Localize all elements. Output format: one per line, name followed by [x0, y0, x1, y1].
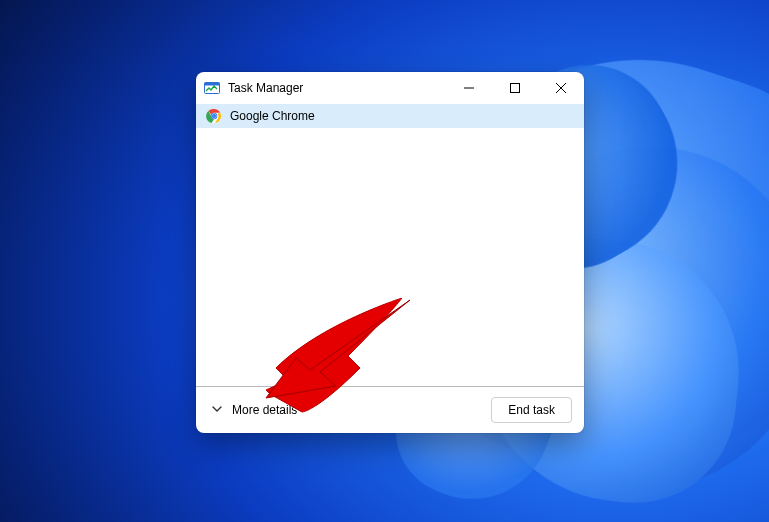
process-name: Google Chrome	[230, 109, 315, 123]
svg-rect-1	[205, 83, 220, 86]
close-button[interactable]	[538, 72, 584, 104]
more-details-toggle[interactable]: More details	[208, 398, 299, 423]
chevron-down-icon	[210, 402, 224, 419]
end-task-label: End task	[508, 403, 555, 417]
chrome-icon	[206, 108, 222, 124]
titlebar[interactable]: Task Manager	[196, 72, 584, 104]
minimize-button[interactable]	[446, 72, 492, 104]
window-title: Task Manager	[228, 81, 303, 95]
window-footer: More details End task	[196, 386, 584, 433]
process-list[interactable]: Google Chrome	[196, 104, 584, 386]
end-task-button[interactable]: End task	[491, 397, 572, 423]
window-controls	[446, 72, 584, 104]
task-manager-app-icon	[204, 80, 220, 96]
maximize-button[interactable]	[492, 72, 538, 104]
desktop-background: Task Manager	[0, 0, 769, 522]
svg-rect-3	[511, 84, 520, 93]
task-manager-window[interactable]: Task Manager	[196, 72, 584, 433]
svg-point-9	[212, 114, 216, 118]
process-row[interactable]: Google Chrome	[196, 104, 584, 128]
more-details-label: More details	[232, 403, 297, 417]
